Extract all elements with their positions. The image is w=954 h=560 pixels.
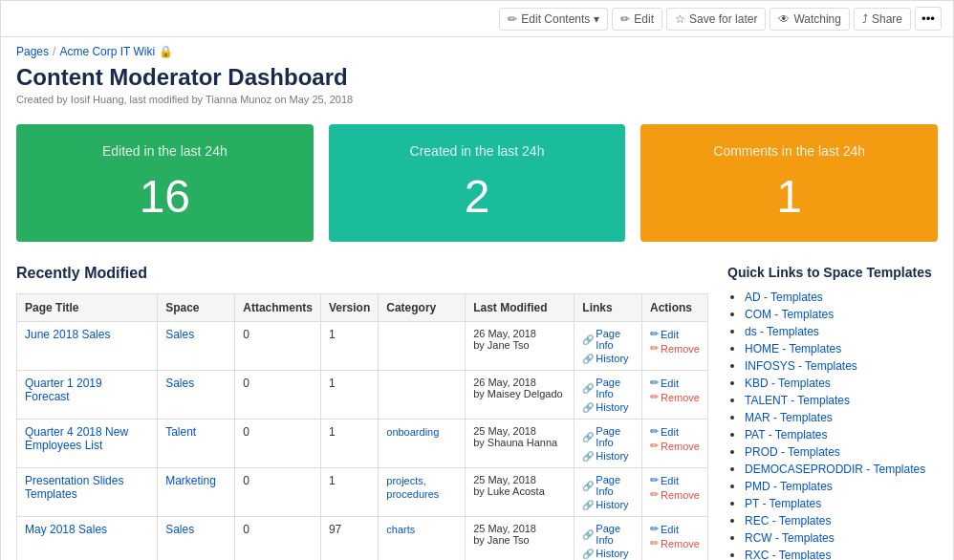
history-link[interactable]: 🔗 History (582, 450, 634, 462)
edit-icon: ✏ (650, 328, 659, 340)
remove-row-link[interactable]: ✏ Remove (650, 342, 700, 355)
share-label: Share (872, 12, 902, 26)
table-row: Presentation Slides Templates Marketing … (17, 468, 708, 517)
quick-link[interactable]: HOME - Templates (745, 342, 841, 355)
space-link[interactable]: Marketing (165, 474, 216, 487)
list-item: DEMOCASEPRODDIR - Templates (745, 462, 938, 476)
history-link[interactable]: 🔗 History (582, 499, 634, 510)
page-meta: Created by Iosif Huang, last modified by… (16, 94, 938, 105)
quick-link[interactable]: KBD - Templates (745, 377, 831, 390)
cell-attachments: 0 (235, 371, 321, 420)
quick-link[interactable]: TALENT - Templates (745, 394, 850, 407)
quick-link[interactable]: DEMOCASEPRODDIR - Templates (745, 463, 925, 476)
page-info-link[interactable]: 🔗 Page Info (582, 328, 634, 351)
remove-row-link[interactable]: ✏ Remove (650, 488, 700, 501)
quick-link[interactable]: REC - Templates (745, 514, 831, 528)
cell-version: 1 (320, 420, 378, 468)
quick-link[interactable]: INFOSYS - Templates (745, 359, 857, 373)
breadcrumb-pages-link[interactable]: Pages (16, 45, 49, 58)
table-header-row: Page Title Space Attachments Version Cat… (17, 294, 708, 322)
quick-link[interactable]: RXC - Templates (745, 549, 831, 560)
quick-link[interactable]: PAT - Templates (745, 428, 827, 442)
space-link[interactable]: Sales (165, 328, 194, 341)
link-icon: 🔗 (582, 432, 594, 442)
cell-last-modified: 26 May, 2018by Jane Tso (466, 322, 575, 371)
page-title-link[interactable]: May 2018 Sales (25, 523, 107, 536)
quick-link[interactable]: ds - Templates (745, 325, 819, 338)
cell-last-modified: 25 May, 2018by Jane Tso (466, 517, 575, 561)
quick-link[interactable]: COM - Templates (745, 308, 834, 321)
edit-contents-button[interactable]: ✏ Edit Contents ▾ (499, 8, 608, 31)
page-title-link[interactable]: Presentation Slides Templates (25, 474, 123, 501)
edit-icon: ✏ (620, 12, 630, 26)
space-link[interactable]: Sales (165, 377, 194, 390)
toolbar: ✏ Edit Contents ▾ ✏ Edit ☆ Save for late… (1, 1, 953, 37)
col-page-title: Page Title (17, 294, 158, 322)
cell-actions: ✏ Edit ✏ Remove (642, 322, 708, 371)
table-row: Quarter 1 2019 Forecast Sales 0 1 26 May… (17, 371, 708, 420)
remove-icon: ✏ (650, 440, 659, 452)
share-button[interactable]: ⤴ Share (854, 8, 911, 31)
edit-row-link[interactable]: ✏ Edit (650, 328, 700, 340)
col-links: Links (575, 294, 642, 322)
page-title-link[interactable]: Quarter 4 2018 New Employees List (25, 425, 128, 452)
category-link[interactable]: charts (386, 524, 415, 535)
watching-button[interactable]: 👁 Watching (770, 8, 850, 31)
quick-link[interactable]: MAR - Templates (745, 411, 833, 424)
remove-icon: ✏ (650, 488, 659, 501)
edit-row-link[interactable]: ✏ Edit (650, 474, 700, 486)
page-info-link[interactable]: 🔗 Page Info (582, 377, 634, 399)
cell-attachments: 0 (235, 468, 321, 517)
remove-row-link[interactable]: ✏ Remove (650, 391, 700, 403)
space-link[interactable]: Sales (165, 523, 194, 536)
page-info-link[interactable]: 🔗 Page Info (582, 474, 634, 497)
list-item: AD - Templates (745, 290, 938, 304)
link-icon: 🔗 (582, 500, 594, 510)
quick-link[interactable]: PMD - Templates (745, 480, 833, 493)
list-item: PROD - Templates (745, 444, 938, 459)
cell-space: Talent (158, 420, 235, 468)
quick-link[interactable]: AD - Templates (745, 291, 823, 304)
space-link[interactable]: Talent (165, 425, 196, 439)
cell-page-title: June 2018 Sales (17, 322, 158, 371)
page-info-link[interactable]: 🔗 Page Info (582, 523, 634, 546)
page-title-link[interactable]: Quarter 1 2019 Forecast (25, 377, 102, 403)
history-link[interactable]: 🔗 History (582, 548, 634, 559)
quick-links-list: AD - TemplatesCOM - Templatesds - Templa… (727, 290, 938, 560)
more-options-button[interactable]: ••• (915, 7, 942, 31)
cell-actions: ✏ Edit ✏ Remove (642, 371, 708, 420)
remove-row-link[interactable]: ✏ Remove (650, 537, 700, 549)
cell-attachments: 0 (235, 517, 321, 561)
cell-links: 🔗 Page Info 🔗 History (575, 322, 642, 371)
page-info-link[interactable]: 🔗 Page Info (582, 425, 634, 448)
edit-button[interactable]: ✏ Edit (612, 8, 662, 31)
link-icon: 🔗 (582, 383, 594, 394)
save-for-later-button[interactable]: ☆ Save for later (666, 8, 766, 31)
link-icon: 🔗 (582, 529, 594, 540)
cell-last-modified: 25 May, 2018by Shauna Hanna (466, 420, 575, 468)
quick-links-title: Quick Links to Space Templates (727, 265, 938, 280)
cell-space: Marketing (158, 468, 235, 517)
recently-modified-table: Page Title Space Attachments Version Cat… (16, 293, 708, 560)
quick-link[interactable]: PT - Templates (745, 497, 821, 510)
list-item: HOME - Templates (745, 341, 938, 355)
history-link[interactable]: 🔗 History (582, 401, 634, 413)
edit-row-link[interactable]: ✏ Edit (650, 425, 700, 438)
edit-row-link[interactable]: ✏ Edit (650, 523, 700, 535)
list-item: REC - Templates (745, 513, 938, 528)
remove-row-link[interactable]: ✏ Remove (650, 440, 700, 452)
list-item: PAT - Templates (745, 427, 938, 442)
cell-version: 1 (320, 322, 378, 371)
history-link[interactable]: 🔗 History (582, 353, 634, 364)
quick-link[interactable]: PROD - Templates (745, 445, 840, 459)
table-row: Quarter 4 2018 New Employees List Talent… (17, 420, 708, 468)
breadcrumb-separator: / (53, 45, 55, 58)
breadcrumb-wiki-link[interactable]: Acme Corp IT Wiki (59, 45, 155, 58)
category-link[interactable]: projects, procedures (386, 475, 439, 500)
edit-row-link[interactable]: ✏ Edit (650, 377, 700, 389)
page-title-link[interactable]: June 2018 Sales (25, 328, 110, 341)
lock-icon: 🔒 (159, 45, 173, 58)
category-link[interactable]: onboarding (386, 426, 439, 438)
col-last-modified: Last Modified (466, 294, 575, 322)
quick-link[interactable]: RCW - Templates (745, 531, 835, 545)
